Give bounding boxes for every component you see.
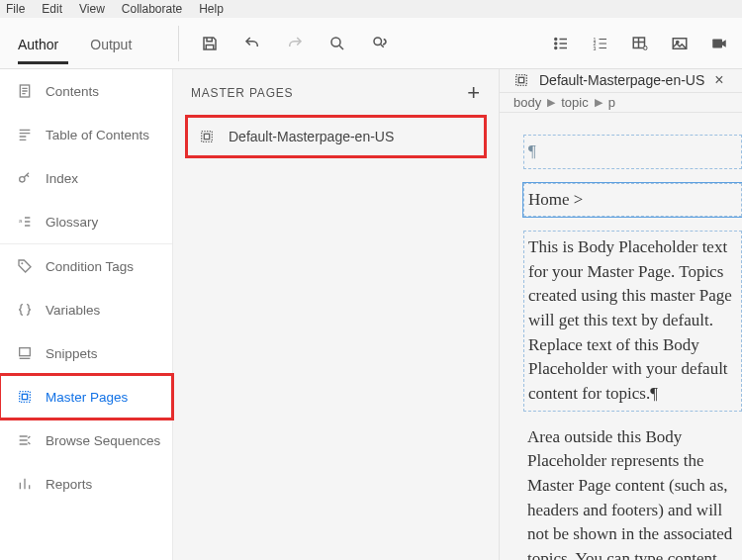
svg-text:a: a <box>19 218 23 224</box>
toolbar-left-icons <box>189 35 401 52</box>
chevron-right-icon: ▶ <box>595 96 603 109</box>
bullet-list-icon[interactable] <box>552 35 570 52</box>
undo-icon[interactable] <box>243 35 261 52</box>
save-icon[interactable] <box>201 35 219 52</box>
master-pages-panel: MASTER PAGES + Default-Masterpage-en-US <box>173 69 500 560</box>
numbered-list-icon[interactable]: 123 <box>592 35 609 52</box>
find-replace-icon[interactable] <box>371 35 389 52</box>
sidebar-item-label: Variables <box>46 303 100 318</box>
svg-rect-19 <box>22 394 27 399</box>
pilcrow-mark: ¶ <box>528 141 536 160</box>
image-icon[interactable] <box>671 35 689 52</box>
svg-rect-22 <box>516 75 527 86</box>
master-page-icon <box>513 72 529 88</box>
svg-point-0 <box>331 38 340 47</box>
crumb-topic[interactable]: topic <box>561 95 588 110</box>
svg-rect-23 <box>518 78 523 83</box>
home-breadcrumb-block[interactable]: Home > <box>523 183 742 218</box>
svg-rect-18 <box>20 392 31 403</box>
svg-point-2 <box>555 38 557 40</box>
svg-point-14 <box>20 177 25 182</box>
main-area: Contents Table of Contents Index a Gloss… <box>0 69 742 560</box>
menu-collaborate[interactable]: Collaborate <box>122 2 182 16</box>
svg-point-1 <box>374 38 382 46</box>
breadcrumb: body ▶ topic ▶ p <box>500 93 742 113</box>
toc-icon <box>16 127 34 142</box>
sidebar-item-browse-sequences[interactable]: Browse Sequences <box>0 419 172 462</box>
sidebar-item-reports[interactable]: Reports <box>0 462 172 506</box>
svg-rect-20 <box>202 132 213 142</box>
add-icon[interactable]: + <box>467 82 481 104</box>
toolbar: Author Output 123 <box>0 18 742 69</box>
menu-file[interactable]: File <box>6 2 25 16</box>
document-tab-bar: Default-Masterpage-en-US × <box>500 69 742 93</box>
svg-text:3: 3 <box>594 45 597 50</box>
sidebar-item-label: Index <box>46 171 78 186</box>
chevron-right-icon: ▶ <box>547 96 555 109</box>
divider <box>178 26 179 61</box>
reports-icon <box>16 476 34 492</box>
key-icon <box>16 170 34 186</box>
braces-icon <box>16 302 34 318</box>
menubar: File Edit View Collaborate Help <box>0 0 742 18</box>
table-icon[interactable] <box>631 35 649 52</box>
svg-rect-12 <box>712 39 722 47</box>
menu-help[interactable]: Help <box>199 2 224 16</box>
menu-view[interactable]: View <box>79 2 105 16</box>
master-page-icon <box>199 129 215 144</box>
sequence-icon <box>16 432 34 448</box>
snippet-icon <box>16 345 34 361</box>
sidebar-item-condition-tags[interactable]: Condition Tags <box>0 244 172 288</box>
sidebar-item-label: Glossary <box>46 215 98 230</box>
sidebar-item-label: Condition Tags <box>46 259 134 274</box>
document-icon <box>16 83 34 99</box>
search-icon[interactable] <box>328 35 346 52</box>
sidebar-item-variables[interactable]: Variables <box>0 288 172 331</box>
sidebar-item-label: Contents <box>46 84 99 99</box>
crumb-body[interactable]: body <box>513 95 541 110</box>
sidebar-item-label: Snippets <box>46 346 98 361</box>
sidebar-item-label: Reports <box>46 477 92 492</box>
sidebar-item-toc[interactable]: Table of Contents <box>0 113 172 156</box>
body-outside-text[interactable]: Area outside this Body Placeholder repre… <box>523 425 742 560</box>
panel-header: MASTER PAGES + <box>173 69 499 117</box>
master-page-item-label: Default-Masterpage-en-US <box>229 129 394 144</box>
sidebar-item-glossary[interactable]: a Glossary <box>0 200 172 243</box>
sidebar: Contents Table of Contents Index a Gloss… <box>0 69 173 560</box>
svg-rect-17 <box>20 348 31 356</box>
sidebar-item-label: Master Pages <box>46 390 128 405</box>
master-page-item[interactable]: Default-Masterpage-en-US <box>187 117 485 156</box>
close-icon[interactable]: × <box>714 71 723 89</box>
crumb-p[interactable]: p <box>608 95 615 110</box>
svg-point-4 <box>555 47 557 48</box>
tab-author[interactable]: Author <box>18 25 68 62</box>
sidebar-item-master-pages[interactable]: Master Pages <box>0 375 172 419</box>
redo-icon[interactable] <box>286 35 304 52</box>
menu-edit[interactable]: Edit <box>42 2 62 16</box>
editor-pane: Default-Masterpage-en-US × body ▶ topic … <box>500 69 742 560</box>
sidebar-item-index[interactable]: Index <box>0 156 172 200</box>
sidebar-item-snippets[interactable]: Snippets <box>0 331 172 375</box>
video-icon[interactable] <box>710 35 728 52</box>
master-page-icon <box>16 389 34 405</box>
svg-point-3 <box>555 43 557 45</box>
panel-title: MASTER PAGES <box>191 86 293 100</box>
sidebar-item-label: Table of Contents <box>46 128 149 142</box>
svg-rect-21 <box>204 134 209 139</box>
master-pages-list: Default-Masterpage-en-US <box>173 117 499 156</box>
paragraph-block[interactable]: ¶ <box>523 135 742 169</box>
sidebar-item-contents[interactable]: Contents <box>0 69 172 113</box>
tag-icon <box>16 258 34 274</box>
document-tab-title[interactable]: Default-Masterpage-en-US <box>539 72 704 88</box>
svg-point-16 <box>21 262 23 264</box>
sidebar-item-label: Browse Sequences <box>46 433 160 448</box>
body-placeholder-text[interactable]: This is Body Placeholder text for your M… <box>523 231 742 411</box>
tab-output[interactable]: Output <box>90 25 141 62</box>
toolbar-right-icons: 123 <box>552 35 742 52</box>
mode-tabs: Author Output <box>0 25 168 62</box>
glossary-icon: a <box>16 214 34 230</box>
document-body[interactable]: ¶ Home > This is Body Placeholder text f… <box>500 113 742 560</box>
